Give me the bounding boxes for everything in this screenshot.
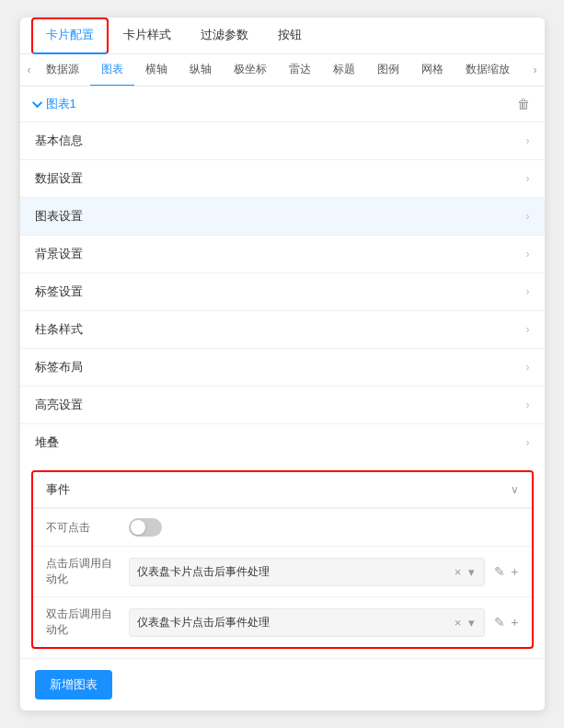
clear-icon[interactable]: × [453, 563, 464, 581]
sub-tab-bar: ‹ 数据源 图表 横轴 纵轴 极坐标 雷达 标题 图例 网格 数据缩放 样式 › [20, 54, 545, 87]
add-icon[interactable]: + [511, 615, 518, 630]
list-item-label: 柱条样式 [35, 321, 83, 338]
sub-tab-polar[interactable]: 极坐标 [223, 54, 278, 86]
chevron-down-icon [31, 98, 41, 108]
list-item-label: 背景设置 [35, 246, 83, 262]
list-item-chart-settings[interactable]: 图表设置 › [20, 197, 545, 235]
edit-icon[interactable]: ✎ [494, 564, 505, 579]
event-section: 事件 ∨ 不可点击 点击后调用自动化 仪表盘卡片点击后事件处理 × ▾ [31, 470, 534, 649]
not-clickable-toggle[interactable] [129, 518, 162, 537]
event-click-input-text: 仪表盘卡片点击后事件处理 [137, 564, 453, 580]
right-arrow-icon: › [526, 172, 530, 185]
event-dblclick-input-text: 仪表盘卡片点击后事件处理 [137, 615, 453, 630]
chart-section-title: 图表1 [46, 96, 76, 112]
main-panel: 卡片配置 卡片样式 过滤参数 按钮 ‹ 数据源 图表 横轴 纵轴 极坐标 雷达 … [20, 17, 545, 711]
list-item-basic-info[interactable]: 基本信息 › [20, 121, 545, 159]
sub-tab-datasource[interactable]: 数据源 [35, 54, 90, 86]
sub-tab-yaxis[interactable]: 纵轴 [178, 54, 223, 86]
sub-tab-radar[interactable]: 雷达 [278, 54, 322, 86]
add-chart-button[interactable]: 新增图表 [35, 670, 112, 699]
sub-tabs-container: 数据源 图表 横轴 纵轴 极坐标 雷达 标题 图例 网格 数据缩放 样式 [35, 54, 530, 86]
list-item-label: 标签布局 [35, 359, 83, 376]
event-dblclick-input[interactable]: 仪表盘卡片点击后事件处理 × ▾ [129, 608, 486, 637]
trash-icon[interactable]: 🗑 [517, 97, 530, 111]
right-arrow-icon: › [526, 436, 530, 449]
event-click-input-actions: × ▾ [453, 563, 478, 581]
sub-tab-title[interactable]: 标题 [322, 54, 366, 86]
right-arrow-icon: › [526, 248, 530, 260]
event-row-dblclick-automation: 双击后调用自动化 仪表盘卡片点击后事件处理 × ▾ ✎ + [33, 596, 532, 647]
clear-icon[interactable]: × [453, 614, 464, 631]
list-item-label: 标签设置 [35, 283, 83, 300]
list-item-label: 高亮设置 [35, 397, 83, 413]
tab-card-config[interactable]: 卡片配置 [31, 17, 109, 54]
dropdown-icon[interactable]: ▾ [466, 614, 477, 631]
event-chevron-icon: ∨ [511, 483, 519, 496]
list-item-label: 数据设置 [35, 170, 83, 187]
sub-tab-style[interactable]: 样式 [521, 54, 530, 86]
sub-tab-legend[interactable]: 图例 [366, 54, 410, 86]
right-arrow-icon: › [526, 361, 530, 374]
event-click-side-actions: ✎ + [494, 564, 518, 579]
list-item-stack[interactable]: 堆叠 › [20, 423, 545, 461]
list-item-label: 基本信息 [35, 133, 83, 149]
tab-card-style[interactable]: 卡片样式 [109, 17, 186, 54]
event-row-not-clickable: 不可点击 [33, 508, 532, 546]
event-section-header[interactable]: 事件 ∨ [33, 472, 532, 508]
tab-filter-params[interactable]: 过滤参数 [186, 17, 263, 54]
event-row-label-dblclick: 双击后调用自动化 [46, 607, 120, 638]
list-item-label: 堆叠 [35, 434, 59, 451]
sub-tab-left-arrow[interactable]: ‹ [24, 58, 35, 82]
event-row-label-not-clickable: 不可点击 [46, 520, 120, 536]
dropdown-icon[interactable]: ▾ [466, 563, 477, 581]
list-item-bg-settings[interactable]: 背景设置 › [20, 235, 545, 272]
edit-icon[interactable]: ✎ [494, 615, 505, 630]
sub-tab-right-arrow[interactable]: › [530, 58, 541, 82]
top-tab-bar: 卡片配置 卡片样式 过滤参数 按钮 [20, 17, 545, 54]
event-click-input[interactable]: 仪表盘卡片点击后事件处理 × ▾ [129, 558, 486, 586]
sub-tab-xaxis[interactable]: 横轴 [134, 54, 178, 86]
event-dblclick-input-actions: × ▾ [453, 614, 478, 631]
event-row-label-click: 点击后调用自动化 [46, 556, 120, 587]
list-item-label-layout[interactable]: 标签布局 › [20, 348, 545, 386]
bottom-bar: 新增图表 [20, 658, 545, 711]
right-arrow-icon: › [526, 210, 530, 223]
list-item-highlight-settings[interactable]: 高亮设置 › [20, 386, 545, 423]
chart-section-title-group: 图表1 [35, 96, 76, 112]
event-section-title: 事件 [46, 481, 70, 498]
list-item-label: 图表设置 [35, 208, 83, 225]
right-arrow-icon: › [526, 323, 530, 336]
right-arrow-icon: › [526, 285, 530, 298]
sub-tab-zoom[interactable]: 数据缩放 [455, 54, 521, 86]
sub-tab-chart[interactable]: 图表 [90, 54, 134, 86]
main-content: 图表1 🗑 基本信息 › 数据设置 › 图表设置 › 背景设置 › 标签设置 ›… [20, 87, 545, 711]
event-row-click-automation: 点击后调用自动化 仪表盘卡片点击后事件处理 × ▾ ✎ + [33, 546, 532, 596]
right-arrow-icon: › [526, 134, 530, 147]
add-icon[interactable]: + [511, 564, 518, 579]
chart-section-header: 图表1 🗑 [20, 87, 545, 121]
list-item-bar-style[interactable]: 柱条样式 › [20, 310, 545, 348]
event-dblclick-side-actions: ✎ + [494, 615, 518, 630]
list-item-data-settings[interactable]: 数据设置 › [20, 159, 545, 197]
list-item-label-settings[interactable]: 标签设置 › [20, 272, 545, 310]
tab-buttons[interactable]: 按钮 [263, 17, 317, 54]
right-arrow-icon: › [526, 399, 530, 411]
sub-tab-grid[interactable]: 网格 [410, 54, 455, 86]
